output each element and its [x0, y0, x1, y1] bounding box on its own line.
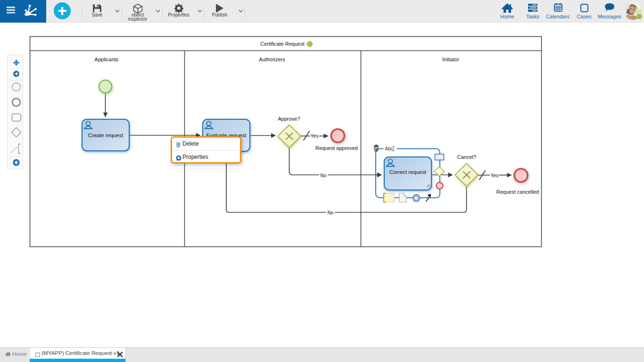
svg-text:Correct request: Correct request — [389, 169, 427, 175]
svg-text:Initiator: Initiator — [442, 57, 459, 62]
svg-text:Yes: Yes — [491, 173, 498, 178]
svg-text:Request approved: Request approved — [315, 145, 358, 151]
svg-text:Applicants: Applicants — [95, 57, 119, 62]
svg-text:Approve?: Approve? — [278, 116, 300, 122]
svg-text:Authorizers: Authorizers — [259, 57, 285, 62]
svg-text:No: No — [328, 210, 334, 215]
svg-text:Yes: Yes — [311, 133, 318, 139]
svg-text:Abc: Abc — [385, 146, 393, 151]
svg-text:Request cancelled: Request cancelled — [496, 189, 539, 195]
svg-text:Create request: Create request — [88, 132, 124, 138]
svg-text:No: No — [321, 173, 327, 178]
svg-text:Certificate Request: Certificate Request — [260, 41, 305, 47]
svg-text:Cancel?: Cancel? — [457, 154, 476, 160]
